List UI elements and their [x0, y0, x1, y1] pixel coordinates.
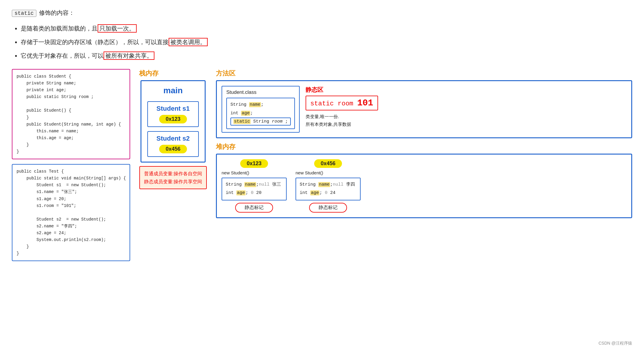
heap-addr-2: 0x456 — [314, 159, 342, 168]
heap-object-2: 0x456 new Student() String name;null 李四 … — [296, 159, 361, 213]
code-panels: public class Student { private String na… — [12, 69, 130, 261]
stack-s2-addr: 0x456 — [159, 145, 187, 153]
static-desc1: 类变量,唯一一份. — [306, 113, 339, 120]
method-outer: Student.class String name; int age; stat… — [216, 80, 632, 138]
heap-static-tag-1: 静态标记 — [235, 203, 273, 213]
heap-field-age-2: int age; 0 24 — [300, 189, 356, 197]
heap-fields-2: String name;null 李四 int age; 0 24 — [296, 178, 361, 200]
title-section: static 修饰的内容： — [12, 9, 632, 17]
heap-outer: 0x123 new Student() String name;null 张三 … — [216, 154, 632, 218]
heap-title: 堆内存 — [216, 142, 632, 151]
static-zone: 静态区 static room 101 类变量,唯一一份. 所有本类对象,共享数… — [306, 86, 378, 133]
note-line2: 静态成员变量:操作共享空间 — [144, 178, 202, 186]
bullet-3-highlight: 被所有对象共享。 — [104, 52, 154, 60]
heap-addr-1: 0x123 — [240, 159, 268, 168]
code-panel-test: public class Test { public static void m… — [12, 164, 130, 261]
stack-section: 栈内存 main Student s1 0x123 Student s2 0x4… — [139, 69, 207, 189]
static-room-label: static room — [310, 100, 357, 107]
code-panel-student: public class Student { private String na… — [12, 69, 130, 159]
static-room-value: 101 — [357, 98, 373, 108]
heap-field-age-1: int age; 0 20 — [226, 189, 283, 197]
bullet-1: 是随着类的加载而加载的，且只加载一次。 — [21, 22, 632, 35]
stack-title: 栈内存 — [139, 69, 159, 78]
stack-s1-addr: 0x123 — [159, 115, 187, 123]
title-text: 修饰的内容： — [39, 9, 75, 16]
heap-field-name-1: String name;null 张三 — [226, 181, 283, 189]
method-section: 方法区 Student.class String name; int age; … — [216, 69, 632, 218]
bullet-2: 存储于一块固定的内存区域（静态区），所以，可以直接被类名调用。 — [21, 36, 632, 48]
heap-section: 堆内存 0x123 new Student() String name;null… — [216, 142, 632, 218]
field-static: static String room ; — [230, 118, 291, 126]
class-fields: String name; int age; static String room… — [226, 98, 295, 129]
stack-main-label: main — [147, 86, 199, 95]
note-box: 普通成员变量:操作各自空间 静态成员变量:操作共享空间 — [139, 166, 207, 189]
stack-s1: Student s1 0x123 — [147, 101, 199, 127]
bullet-3: 它优先于对象存在，所以，可以被所有对象共享。 — [21, 49, 632, 62]
footer: CSDN @汪程序猿 — [598, 341, 632, 346]
bullet-1-before: 是随着类的加载而加载的，且 — [21, 25, 98, 32]
bullet-1-highlight: 只加载一次。 — [98, 24, 137, 33]
heap-new-label-1: new Student() — [222, 170, 249, 175]
bullet-2-text: 存储于一块固定的内存区域（静态区），所以，可以直接 — [21, 39, 169, 45]
heap-new-label-2: new Student() — [296, 170, 323, 175]
heap-object-1: 0x123 new Student() String name;null 张三 … — [222, 159, 287, 213]
stack-box: main Student s1 0x123 Student s2 0x456 — [141, 80, 206, 163]
heap-static-tag-2: 静态标记 — [309, 203, 347, 213]
stack-s2-label: Student s2 — [156, 135, 190, 142]
static-desc2: 所有本类对象,共享数据 — [306, 120, 351, 128]
static-zone-title: 静态区 — [306, 86, 323, 94]
static-room-box: static room 101 — [306, 96, 378, 110]
bullet-2-highlight: 被类名调用。 — [169, 38, 208, 46]
stack-s1-label: Student s1 — [156, 105, 190, 112]
stack-s2: Student s2 0x456 — [147, 131, 199, 157]
method-area-title: 方法区 — [216, 69, 632, 78]
static-keyword-badge: static — [12, 10, 36, 17]
student-class-title: Student.class — [226, 89, 295, 95]
field-name: String name; — [230, 101, 291, 109]
diagram-area: public class Student { private String na… — [12, 69, 632, 261]
note-line1: 普通成员变量:操作各自空间 — [144, 170, 202, 178]
bullet-3-before: 它优先于对象存在，所以，可以 — [21, 52, 104, 59]
bullet-list: 是随着类的加载而加载的，且只加载一次。 存储于一块固定的内存区域（静态区），所以… — [21, 22, 632, 62]
field-age: int age; — [230, 109, 291, 118]
heap-field-name-2: String name;null 李四 — [300, 181, 356, 189]
heap-fields-1: String name;null 张三 int age; 0 20 — [222, 178, 287, 200]
student-class-box: Student.class String name; int age; stat… — [222, 86, 300, 133]
